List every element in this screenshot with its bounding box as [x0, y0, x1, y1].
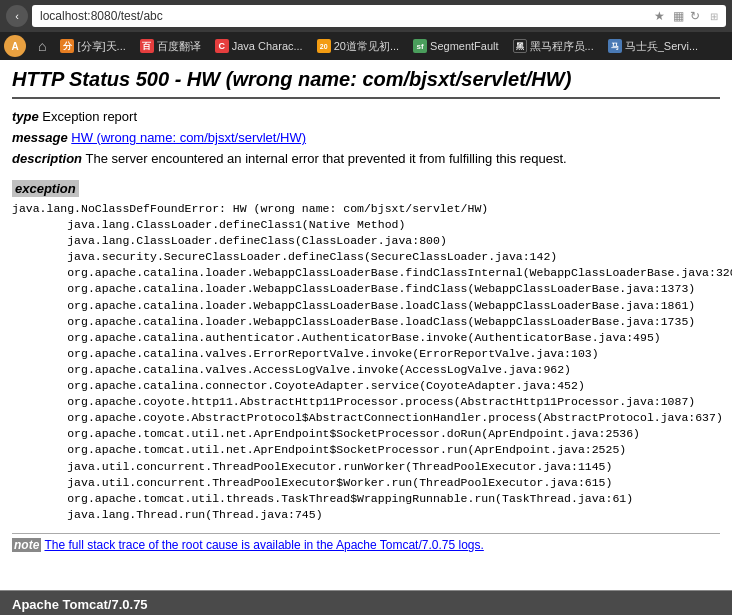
20ways-icon: 20 — [317, 39, 331, 53]
page-content: HTTP Status 500 - HW (wrong name: com/bj… — [0, 60, 732, 590]
bookmark-share-label: [分享]天... — [77, 39, 125, 54]
bookmark-baidu[interactable]: 百 百度翻译 — [134, 36, 207, 57]
bookmarks-bar: A ⌂ 分 [分享]天... 百 百度翻译 C Java Charac... 2… — [0, 32, 732, 60]
sf-icon: sf — [413, 39, 427, 53]
bookmark-20ways-label: 20道常见初... — [334, 39, 399, 54]
bookmark-java[interactable]: C Java Charac... — [209, 36, 309, 56]
bookmark-baidu-label: 百度翻译 — [157, 39, 201, 54]
note-text[interactable]: The full stack trace of the root cause i… — [44, 538, 483, 552]
description-section: description The server encountered an in… — [12, 151, 720, 166]
bookmark-ms-label: 马士兵_Servi... — [625, 39, 698, 54]
star-icon[interactable]: ★ — [654, 9, 665, 23]
message-link[interactable]: HW (wrong name: com/bjsxt/servlet/HW) — [71, 130, 306, 145]
bookmark-sf-label: SegmentFault — [430, 40, 498, 52]
type-section: type Exception report — [12, 109, 720, 124]
exception-header: exception — [12, 172, 720, 201]
avatar: A — [4, 35, 26, 57]
refresh-icon[interactable]: ↻ — [690, 9, 700, 23]
ms-icon: 马 — [608, 39, 622, 53]
exception-label: exception — [12, 180, 79, 197]
bookmark-share[interactable]: 分 [分享]天... — [54, 36, 131, 57]
map-icon: ▦ — [673, 9, 684, 23]
hm-icon: 黑 — [513, 39, 527, 53]
description-label: description — [12, 151, 82, 166]
note-section: note The full stack trace of the root ca… — [12, 533, 720, 552]
browser-toolbar: ‹ localhost:8080/test/abc ★ ▦ ↻ ⊞ — [0, 0, 732, 32]
page-title: HTTP Status 500 - HW (wrong name: com/bj… — [12, 68, 720, 99]
message-label: message — [12, 130, 68, 145]
url-text: localhost:8080/test/abc — [40, 9, 163, 23]
baidu-icon: 百 — [140, 39, 154, 53]
java-icon: C — [215, 39, 229, 53]
bookmark-ms[interactable]: 马 马士兵_Servi... — [602, 36, 704, 57]
type-text: Exception report — [42, 109, 137, 124]
bookmark-20ways[interactable]: 20 20道常见初... — [311, 36, 405, 57]
bookmark-java-label: Java Charac... — [232, 40, 303, 52]
note-label: note — [12, 538, 41, 552]
bookmark-sf[interactable]: sf SegmentFault — [407, 36, 504, 56]
url-bar[interactable]: localhost:8080/test/abc ★ ▦ ↻ ⊞ — [32, 5, 726, 27]
bookmark-hm-label: 黑马程序员... — [530, 39, 594, 54]
share-icon: 分 — [60, 39, 74, 53]
extensions-icon[interactable]: ⊞ — [710, 11, 718, 22]
stack-trace: java.lang.NoClassDefFoundError: HW (wron… — [12, 201, 720, 523]
bookmark-hm[interactable]: 黑 黑马程序员... — [507, 36, 600, 57]
message-section: message HW (wrong name: com/bjsxt/servle… — [12, 130, 720, 145]
back-button[interactable]: ‹ — [6, 5, 28, 27]
page-footer: Apache Tomcat/7.0.75 — [0, 590, 732, 615]
description-value: The server encountered an internal error… — [85, 151, 566, 166]
home-button[interactable]: ⌂ — [32, 36, 52, 56]
type-label: type — [12, 109, 39, 124]
